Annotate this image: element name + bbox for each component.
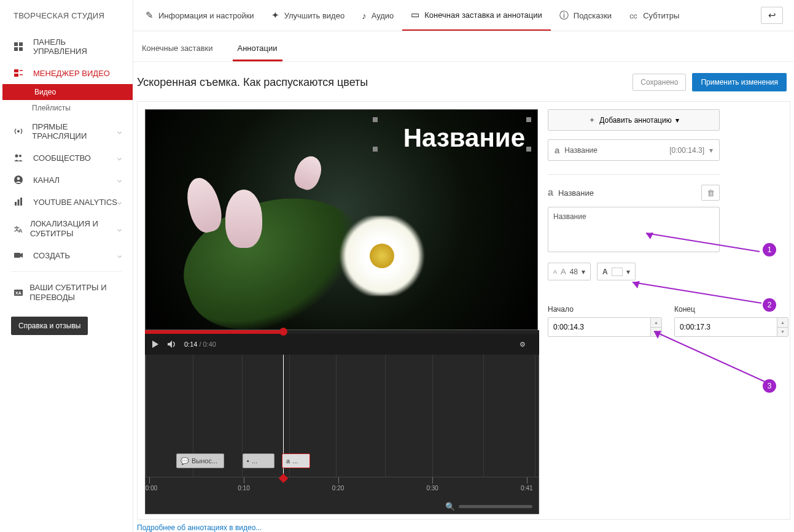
font-color-select[interactable]: A ▾ bbox=[597, 263, 636, 280]
annotation-list-item[interactable]: a Название [0:00:14.3] ▾ bbox=[548, 139, 720, 161]
tab-subtitles[interactable]: ㏄ Субтитры bbox=[620, 0, 688, 31]
sidebar-item-video-manager[interactable]: МЕНЕДЖЕР ВИДЕО bbox=[0, 62, 133, 84]
caret-down-icon: ▾ bbox=[709, 146, 713, 155]
svg-marker-23 bbox=[168, 341, 172, 348]
svg-point-12 bbox=[17, 177, 20, 180]
sidebar-sub-videos[interactable]: Видео bbox=[2, 84, 133, 100]
timeline-chip-speech[interactable]: 💬Вынос... bbox=[176, 453, 224, 468]
delete-button[interactable]: 🗑 bbox=[701, 185, 720, 201]
timeline[interactable]: 💬Вынос... ▪... a... 0:00 0:10 0:20 0:30 … bbox=[145, 355, 539, 514]
tab-audio[interactable]: ♪ Аудио bbox=[353, 0, 402, 31]
svg-rect-6 bbox=[20, 70, 23, 71]
tick-label: 0:41 bbox=[521, 485, 532, 492]
settings-icon[interactable]: ⚙ bbox=[520, 341, 526, 349]
dashboard-icon bbox=[14, 42, 27, 52]
sidebar-item-dashboard[interactable]: ПАНЕЛЬ УПРАВЛЕНИЯ bbox=[0, 31, 133, 62]
sidebar-item-channel[interactable]: КАНАЛ ⌵ bbox=[0, 169, 133, 191]
plus-icon: ＋ bbox=[588, 115, 596, 125]
title-a-icon: a bbox=[555, 145, 559, 155]
color-swatch bbox=[612, 268, 623, 276]
sidebar-item-label: СООБЩЕСТВО bbox=[33, 153, 91, 163]
annotation-editor: a Название 🗑 Название AA 48 ▾ bbox=[548, 174, 720, 337]
note-icon: ▪ bbox=[247, 457, 249, 465]
annotation-name-header: a Название 🗑 bbox=[548, 185, 720, 201]
tab-enhance[interactable]: ✦ Улучшить видео bbox=[263, 0, 354, 31]
sidebar-item-your-subtitles[interactable]: XA ВАШИ СУБТИТРЫ И ПЕРЕВОДЫ bbox=[0, 277, 133, 308]
svg-rect-18 bbox=[14, 253, 20, 258]
chevron-down-icon: ⌵ bbox=[117, 175, 122, 184]
cc-icon: ㏄ bbox=[629, 10, 638, 21]
timeline-chip-title[interactable]: a... bbox=[282, 453, 310, 468]
font-color-icon: A bbox=[602, 268, 608, 276]
sidebar-sub-playlists[interactable]: Плейлисты bbox=[0, 100, 133, 116]
live-icon bbox=[14, 126, 26, 136]
main: ✎ Информация и настройки ✦ Улучшить виде… bbox=[133, 0, 794, 532]
svg-rect-2 bbox=[14, 47, 18, 51]
create-icon bbox=[14, 250, 27, 260]
add-button-label: Добавить аннотацию bbox=[599, 116, 671, 125]
apply-button[interactable]: Применить изменения bbox=[692, 73, 787, 91]
feedback-button[interactable]: Справка и отзывы bbox=[11, 317, 88, 335]
sidebar-item-label: СОЗДАТЬ bbox=[33, 251, 70, 260]
work-area: Название 0:14 / 0:40 ⚙ bbox=[137, 101, 790, 520]
start-time-field[interactable] bbox=[548, 318, 650, 336]
volume-button[interactable] bbox=[167, 340, 177, 349]
tab-endcards[interactable]: ▭ Конечная заставка и аннотации bbox=[402, 0, 550, 31]
sidebar-item-analytics[interactable]: YOUTUBE ANALYTICS ⌵ bbox=[0, 191, 133, 213]
svg-rect-5 bbox=[14, 74, 18, 77]
sidebar-item-label: ПАНЕЛЬ УПРАВЛЕНИЯ bbox=[33, 37, 122, 56]
start-label: Начало bbox=[548, 305, 662, 314]
timeline-tracks[interactable]: 💬Вынос... ▪... a... bbox=[146, 355, 539, 477]
subtitles-icon: XA bbox=[14, 288, 23, 298]
font-size-icon: A bbox=[553, 269, 557, 275]
top-tabs: ✎ Информация и настройки ✦ Улучшить виде… bbox=[133, 0, 794, 31]
font-size-select[interactable]: AA 48 ▾ bbox=[548, 263, 591, 280]
play-button[interactable] bbox=[151, 340, 160, 349]
title-a-icon: a bbox=[548, 187, 553, 198]
arrow-up-icon[interactable]: ▲ bbox=[777, 318, 788, 328]
stepper-arrows[interactable]: ▲▼ bbox=[777, 318, 788, 336]
more-about-link[interactable]: Подробнее об аннотациях в видео... bbox=[133, 520, 794, 532]
time-duration: 0:40 bbox=[203, 341, 216, 348]
caret-down-icon: ▾ bbox=[626, 268, 630, 276]
timeline-chip-note[interactable]: ▪... bbox=[243, 453, 274, 468]
svg-rect-14 bbox=[18, 199, 20, 206]
sidebar-item-label: КАНАЛ bbox=[33, 175, 60, 185]
back-button[interactable]: ↩ bbox=[761, 7, 783, 24]
sidebar-item-label: YOUTUBE ANALYTICS bbox=[33, 198, 117, 207]
progress-bar[interactable] bbox=[145, 330, 539, 334]
stepper-arrows[interactable]: ▲▼ bbox=[650, 318, 661, 336]
title-a-icon: a bbox=[286, 457, 290, 465]
svg-text:XA: XA bbox=[15, 291, 21, 295]
tab-label: Подсказки bbox=[574, 11, 612, 20]
arrow-down-icon[interactable]: ▼ bbox=[651, 328, 661, 337]
arrow-up-icon[interactable]: ▲ bbox=[651, 318, 661, 328]
svg-point-10 bbox=[19, 155, 21, 157]
start-time-input[interactable]: ▲▼ bbox=[548, 317, 662, 337]
channel-icon bbox=[14, 175, 27, 185]
font-size-value: 48 bbox=[570, 268, 578, 276]
arrow-down-icon[interactable]: ▼ bbox=[777, 328, 788, 337]
video-title: Ускоренная съемка. Как распускаются цвет… bbox=[137, 76, 368, 89]
sidebar-item-create[interactable]: СОЗДАТЬ ⌵ bbox=[0, 244, 133, 266]
overlay-title[interactable]: Название bbox=[403, 123, 525, 153]
sidebar-item-live[interactable]: ПРЯМЫЕ ТРАНСЛЯЦИИ ⌵ bbox=[0, 116, 133, 147]
annotation-text-input[interactable]: Название bbox=[548, 207, 720, 252]
subtab-annotations[interactable]: Аннотации bbox=[233, 39, 282, 61]
time-range-row: Начало ▲▼ Конец ▲▼ bbox=[548, 305, 720, 337]
callout-number-2: 2 bbox=[763, 298, 776, 312]
sidebar-item-community[interactable]: СООБЩЕСТВО ⌵ bbox=[0, 147, 133, 169]
tab-info[interactable]: ✎ Информация и настройки bbox=[137, 0, 263, 31]
sidebar-item-localization[interactable]: 文A ЛОКАЛИЗАЦИЯ И СУБТИТРЫ ⌵ bbox=[0, 213, 133, 244]
subtab-endcards[interactable]: Конечные заставки bbox=[137, 39, 218, 61]
video-preview[interactable]: Название bbox=[145, 109, 538, 330]
sidebar-item-label: МЕНЕДЖЕР ВИДЕО bbox=[33, 69, 110, 78]
zoom-control[interactable]: 🔍 bbox=[445, 502, 532, 511]
svg-rect-3 bbox=[19, 47, 23, 51]
svg-point-8 bbox=[17, 130, 20, 133]
tab-hints[interactable]: ⓘ Подсказки bbox=[551, 0, 620, 31]
reply-icon: ↩ bbox=[768, 10, 776, 21]
end-time-input[interactable]: ▲▼ bbox=[674, 317, 788, 337]
add-annotation-button[interactable]: ＋ Добавить аннотацию ▾ bbox=[548, 109, 720, 131]
end-time-field[interactable] bbox=[675, 318, 777, 336]
